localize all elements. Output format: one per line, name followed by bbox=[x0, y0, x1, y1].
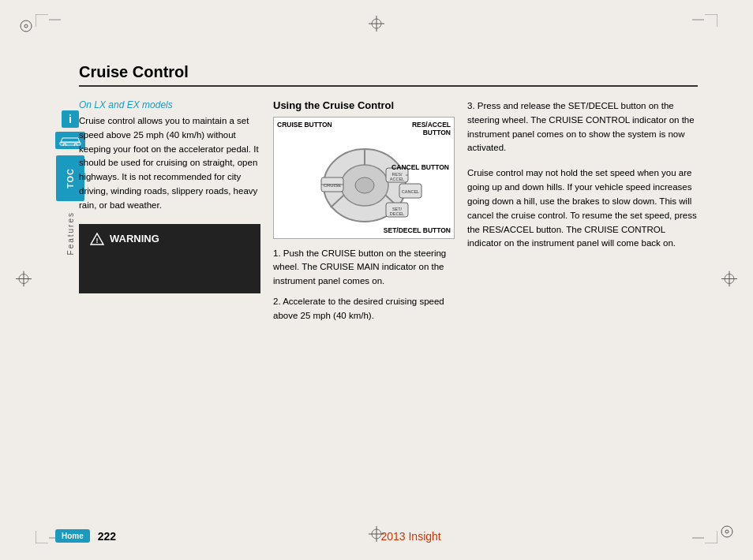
steering-wheel-svg: CRUISE RES/ ACCEL CANCEL SET/ DECEL bbox=[277, 138, 452, 225]
label-set-decel: SET/DECEL BUTTON bbox=[384, 226, 451, 234]
svg-text:CANCEL: CANCEL bbox=[402, 189, 419, 194]
step-2: 2. Accelerate to the desired cruising sp… bbox=[273, 295, 455, 323]
label-res-accel: RES/ACCEL BUTTON bbox=[395, 121, 451, 136]
lx-ex-heading: On LX and EX models bbox=[79, 99, 260, 110]
svg-text:!: ! bbox=[96, 237, 99, 245]
spiral-mark-br bbox=[720, 525, 734, 541]
page-container: { "page": { "title": "Cruise Control", "… bbox=[0, 0, 753, 560]
cruise-diagram: CRUISE BUTTON RES/ACCEL BUTTON bbox=[273, 117, 455, 239]
footer-subtitle: 2013 Insight bbox=[124, 530, 698, 543]
svg-point-1 bbox=[24, 24, 28, 28]
diagram-top-labels: CRUISE BUTTON RES/ACCEL BUTTON bbox=[277, 121, 451, 136]
step-3-paragraph: 3. Press and release the SET/DECEL butto… bbox=[467, 99, 698, 155]
svg-point-18 bbox=[721, 526, 732, 537]
intro-text: Cruise control allows you to maintain a … bbox=[79, 114, 260, 213]
bracket-tl bbox=[49, 12, 73, 30]
spiral-mark-tl bbox=[19, 19, 33, 35]
home-badge[interactable]: Home bbox=[55, 529, 90, 543]
diagram-bottom-labels: SET/DECEL BUTTON bbox=[277, 226, 451, 234]
middle-column: Using the Cruise Control CRUISE BUTTON R… bbox=[273, 99, 455, 323]
crosshair-right bbox=[721, 271, 737, 289]
warning-title: ! WARNING bbox=[90, 232, 249, 246]
corner-bracket-bl bbox=[36, 531, 48, 546]
crosshair-left bbox=[16, 271, 32, 289]
corner-bracket-tr bbox=[705, 14, 717, 29]
svg-point-19 bbox=[725, 530, 729, 533]
content-body: On LX and EX models Cruise control allow… bbox=[79, 99, 698, 323]
main-content: Cruise Control On LX and EX models Cruis… bbox=[55, 63, 698, 509]
cruise-info-paragraph: Cruise control may not hold the set spee… bbox=[467, 166, 698, 251]
corner-bracket-br bbox=[705, 531, 717, 546]
svg-text:ACCEL: ACCEL bbox=[390, 177, 404, 181]
diagram-title: Using the Cruise Control bbox=[273, 99, 455, 111]
step-1: 1. Push the CRUISE button on the steerin… bbox=[273, 247, 455, 289]
page-number: 222 bbox=[98, 530, 116, 543]
crosshair-top bbox=[369, 16, 384, 34]
footer: Home 222 2013 Insight bbox=[55, 529, 698, 543]
svg-point-35 bbox=[355, 177, 374, 193]
label-cruise: CRUISE BUTTON bbox=[277, 121, 332, 136]
svg-point-0 bbox=[21, 21, 32, 32]
left-column: On LX and EX models Cruise control allow… bbox=[79, 99, 260, 323]
cancel-label: CANCEL BUTTON bbox=[391, 163, 449, 171]
corner-bracket-tl bbox=[36, 14, 48, 29]
page-title: Cruise Control bbox=[79, 63, 698, 87]
right-column: 3. Press and release the SET/DECEL butto… bbox=[467, 99, 698, 323]
svg-text:DECEL: DECEL bbox=[390, 211, 404, 216]
warning-box: ! WARNING bbox=[79, 224, 260, 293]
svg-text:CRUISE: CRUISE bbox=[324, 183, 342, 188]
bracket-tr bbox=[680, 12, 704, 30]
warning-triangle-icon: ! bbox=[90, 232, 104, 246]
steering-wheel-diagram: CRUISE RES/ ACCEL CANCEL SET/ DECEL bbox=[277, 138, 451, 225]
